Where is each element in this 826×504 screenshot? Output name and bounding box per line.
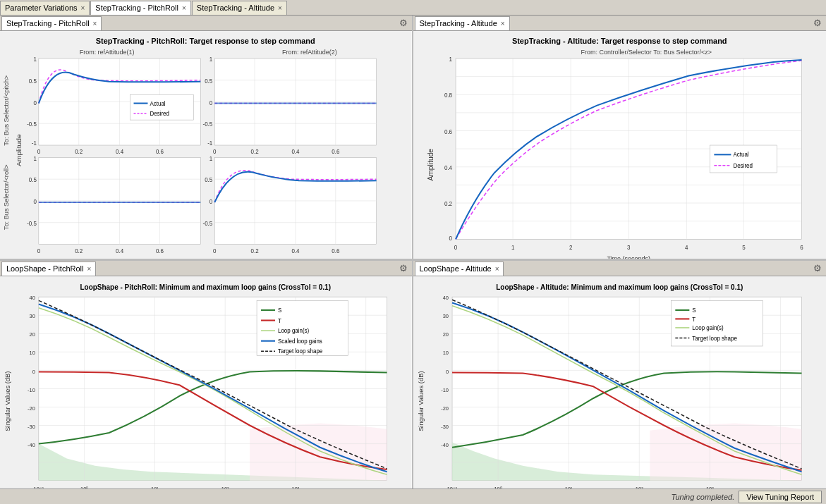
- svg-text:From: refAttitude(1): From: refAttitude(1): [80, 49, 135, 56]
- svg-text:0: 0: [209, 199, 213, 205]
- gear-icon-top-left[interactable]: ⚙: [399, 18, 408, 28]
- top-section: StepTracking - PitchRoll × ⚙ StepTrackin…: [0, 16, 826, 261]
- svg-text:0.6: 0.6: [444, 129, 452, 135]
- svg-text:0: 0: [37, 248, 41, 254]
- svg-text:0: 0: [37, 149, 41, 155]
- svg-text:T: T: [278, 317, 281, 324]
- svg-text:1: 1: [209, 56, 213, 63]
- svg-text:0.6: 0.6: [156, 149, 164, 155]
- svg-text:-1: -1: [32, 140, 37, 147]
- top-right-plot: StepTracking - Altitude: Target response…: [413, 31, 827, 259]
- svg-text:S: S: [278, 307, 282, 314]
- tab-steptracking-pitchroll[interactable]: StepTracking - PitchRoll ×: [90, 1, 190, 15]
- svg-text:0.2: 0.2: [251, 149, 260, 155]
- svg-text:0.4: 0.4: [116, 149, 124, 155]
- svg-text:0: 0: [32, 368, 35, 374]
- svg-text:S: S: [692, 307, 696, 314]
- close-icon[interactable]: ×: [495, 265, 499, 273]
- svg-marker-123: [250, 423, 387, 480]
- svg-text:Target loop shape: Target loop shape: [278, 348, 323, 355]
- top-left-panel-wrapper: StepTracking - PitchRoll × ⚙ StepTrackin…: [0, 16, 413, 259]
- svg-text:0.2: 0.2: [251, 248, 260, 254]
- top-tab-bar: Parameter Variations × StepTracking - Pi…: [0, 0, 826, 16]
- tab-label: StepTracking - Altitude: [197, 4, 274, 12]
- svg-text:10: 10: [442, 350, 448, 356]
- svg-text:Singular Values (dB): Singular Values (dB): [418, 371, 425, 431]
- svg-text:Scaled loop gains: Scaled loop gains: [278, 338, 322, 345]
- svg-text:Actual: Actual: [150, 101, 165, 107]
- close-icon[interactable]: ×: [182, 4, 186, 12]
- svg-text:-30: -30: [441, 424, 449, 430]
- view-tuning-report-button[interactable]: View Tuning Report: [739, 491, 822, 503]
- svg-text:StepTracking - Altitude: Targe: StepTracking - Altitude: Target response…: [511, 37, 727, 45]
- close-icon[interactable]: ×: [93, 20, 97, 27]
- svg-text:0.4: 0.4: [116, 248, 124, 254]
- bottom-right-panel-wrapper: LoopShape - Altitude × ⚙ LoopShape - Alt…: [413, 261, 827, 504]
- loopshape-pitchroll-svg: LoopShape - PitchRoll: Minimum and maxim…: [0, 276, 412, 504]
- gear-icon-top-right[interactable]: ⚙: [813, 18, 822, 28]
- tab-steptracking-pitchroll-panel[interactable]: StepTracking - PitchRoll ×: [1, 16, 102, 30]
- main-content: StepTracking - PitchRoll × ⚙ StepTrackin…: [0, 16, 826, 504]
- svg-text:0.6: 0.6: [332, 248, 340, 254]
- svg-text:-40: -40: [441, 442, 449, 448]
- svg-text:40: 40: [30, 295, 35, 301]
- svg-text:1: 1: [209, 155, 213, 161]
- svg-text:4: 4: [685, 245, 688, 251]
- close-icon[interactable]: ×: [81, 4, 85, 12]
- pitchroll-plot-svg: StepTracking - PitchRoll: Target respons…: [0, 31, 412, 259]
- svg-text:20: 20: [442, 331, 448, 338]
- tab-loopshape-altitude[interactable]: LoopShape - Altitude ×: [415, 262, 504, 276]
- svg-text:0.5: 0.5: [205, 78, 213, 85]
- bottom-left-panel-tab-bar: LoopShape - PitchRoll × ⚙: [0, 261, 412, 276]
- tab-steptracking-altitude[interactable]: StepTracking - Altitude ×: [192, 1, 287, 15]
- svg-text:Singular Values (dB): Singular Values (dB): [4, 371, 11, 431]
- svg-text:From: Controller/Selector  To:: From: Controller/Selector To: Bus Select…: [581, 49, 712, 56]
- svg-text:-30: -30: [28, 424, 35, 430]
- top-left-panel-tab-bar: StepTracking - PitchRoll × ⚙: [0, 16, 412, 31]
- close-icon[interactable]: ×: [87, 265, 91, 273]
- svg-text:30: 30: [442, 313, 448, 319]
- svg-text:From: refAttitude(2): From: refAttitude(2): [282, 49, 337, 56]
- top-left-plot: StepTracking - PitchRoll: Target respons…: [0, 31, 412, 259]
- panel-tab-label: LoopShape - PitchRoll: [6, 264, 83, 273]
- svg-text:3: 3: [627, 245, 631, 251]
- svg-text:T: T: [692, 316, 696, 322]
- svg-text:40: 40: [442, 295, 448, 301]
- tab-label: StepTracking - PitchRoll: [95, 4, 178, 12]
- svg-text:0.8: 0.8: [444, 92, 452, 99]
- gear-icon-bottom-left[interactable]: ⚙: [399, 263, 408, 273]
- svg-text:20: 20: [30, 331, 35, 338]
- tab-steptracking-altitude-panel[interactable]: StepTracking - Altitude ×: [415, 16, 510, 30]
- svg-text:0.6: 0.6: [156, 248, 164, 254]
- status-text: Tuning completed.: [672, 493, 735, 501]
- loopshape-altitude-svg: LoopShape - Altitude: Minimum and maximu…: [413, 276, 827, 504]
- svg-text:0.2: 0.2: [75, 248, 83, 254]
- gear-icon-bottom-right[interactable]: ⚙: [813, 263, 822, 273]
- tab-loopshape-pitchroll[interactable]: LoopShape - PitchRoll ×: [1, 262, 96, 276]
- svg-text:0: 0: [213, 149, 217, 155]
- close-icon[interactable]: ×: [278, 4, 282, 12]
- svg-text:-20: -20: [28, 405, 35, 411]
- svg-text:10: 10: [30, 350, 35, 356]
- svg-text:Loop gain(s): Loop gain(s): [692, 325, 724, 331]
- svg-text:0.4: 0.4: [444, 165, 452, 171]
- svg-text:0.5: 0.5: [29, 177, 37, 183]
- top-right-panel-wrapper: StepTracking - Altitude × ⚙ StepTracking…: [413, 16, 827, 259]
- svg-text:Amplitude: Amplitude: [15, 134, 23, 166]
- svg-text:0: 0: [33, 199, 37, 205]
- close-icon[interactable]: ×: [501, 20, 505, 27]
- svg-text:Loop gain(s): Loop gain(s): [278, 328, 310, 334]
- svg-text:2: 2: [569, 245, 572, 251]
- svg-text:0: 0: [33, 99, 37, 106]
- status-bar: Tuning completed. View Tuning Report: [0, 488, 826, 504]
- top-right-panel-tab-bar: StepTracking - Altitude × ⚙: [413, 16, 827, 31]
- svg-text:Time (seconds): Time (seconds): [607, 255, 650, 259]
- svg-text:-10: -10: [28, 386, 35, 393]
- svg-text:0.5: 0.5: [205, 177, 213, 183]
- svg-text:0.2: 0.2: [444, 201, 452, 207]
- svg-text:6: 6: [800, 245, 803, 251]
- svg-text:To: Bus Selector/<roll>: To: Bus Selector/<roll>: [3, 164, 10, 230]
- svg-text:0.4: 0.4: [291, 149, 300, 155]
- tab-parameter-variations[interactable]: Parameter Variations ×: [0, 1, 90, 15]
- bottom-right-panel-tab-bar: LoopShape - Altitude × ⚙: [413, 261, 827, 276]
